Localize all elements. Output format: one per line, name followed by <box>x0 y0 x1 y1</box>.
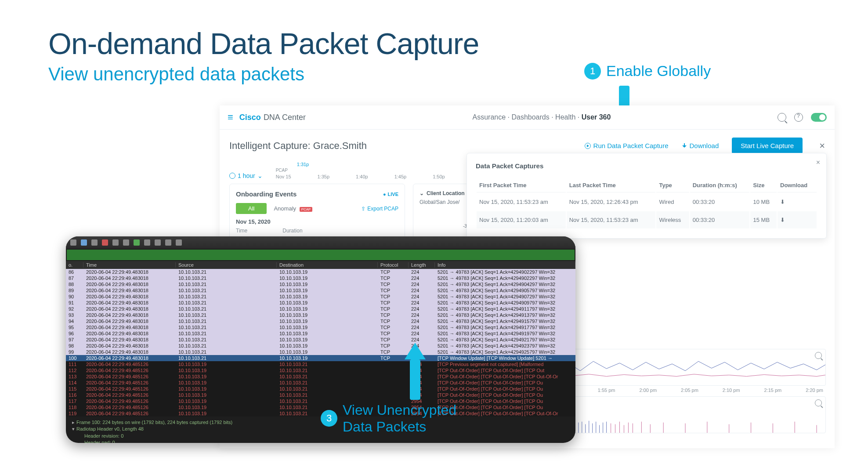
arrow-up-icon <box>405 343 425 400</box>
packet-row[interactable]: 872020-06-04 22:29:49.48301810.10.103.21… <box>66 275 575 281</box>
packet-list[interactable]: 862020-06-04 22:29:49.48301810.10.103.21… <box>66 269 575 417</box>
packet-row[interactable]: 972020-06-04 22:29:49.48301810.10.103.21… <box>66 337 575 343</box>
packet-row[interactable]: 1152020-06-04 22:29:49.48512610.10.103.1… <box>66 386 575 392</box>
cell-duration: 00:33:20 <box>690 193 750 210</box>
toolbar-icon[interactable] <box>112 239 119 246</box>
toolbar-icon[interactable] <box>134 239 140 246</box>
packet-row[interactable]: 962020-06-04 22:29:49.48301810.10.103.21… <box>66 330 575 337</box>
callout-view-unencrypted: 3 View Unencrypted Data Packets <box>321 402 456 435</box>
page-title: Intelligent Capture: Grace.Smith <box>229 140 367 152</box>
download-icon[interactable]: ⬇ <box>778 193 817 210</box>
app-header: ≡ Cisco DNA Center Assurance · Dashboard… <box>220 105 835 130</box>
toolbar-icon[interactable] <box>165 239 171 246</box>
tab-all[interactable]: All <box>236 203 267 214</box>
packet-row[interactable]: 882020-06-04 22:29:49.48301810.10.103.21… <box>66 281 575 287</box>
toolbar-icon[interactable] <box>155 239 161 246</box>
run-label: Run Data Packet Capture <box>593 142 669 149</box>
onboarding-events-card: Onboarding Events LIVE All Anomaly PCAP … <box>229 184 405 240</box>
run-packet-capture-link[interactable]: Run Data Packet Capture <box>585 142 669 149</box>
packet-row[interactable]: 992020-06-04 22:29:49.48301810.10.103.21… <box>66 349 575 355</box>
packet-row[interactable]: 1122020-06-04 22:29:49.48512610.10.103.1… <box>66 367 575 373</box>
packet-row[interactable]: 952020-06-04 22:29:49.48301810.10.103.21… <box>66 324 575 330</box>
download-link[interactable]: Download <box>682 142 719 149</box>
cell-type: Wired <box>656 193 689 210</box>
packet-row[interactable]: 1002020-06-04 22:29:49.48301810.10.103.2… <box>66 355 575 361</box>
menu-icon[interactable]: ≡ <box>228 112 233 123</box>
breadcrumb-current: User 360 <box>582 113 611 121</box>
toolbar-icon[interactable] <box>123 239 129 246</box>
toolbar-icon[interactable] <box>102 239 108 246</box>
zoom-icon[interactable] <box>815 399 822 406</box>
start-live-capture-button[interactable]: Start Live Capture <box>732 138 803 154</box>
hour-label: 1 hour <box>238 172 255 179</box>
col-duration: Duration (h:m:s) <box>690 178 750 192</box>
breadcrumb-item[interactable]: Dashboards <box>511 113 549 121</box>
packet-row[interactable]: 932020-06-04 22:29:49.48301810.10.103.21… <box>66 312 575 318</box>
timeline-tick: 1:45p <box>394 174 407 179</box>
axis-tick: 2:00 pm <box>639 388 657 393</box>
packet-row[interactable]: 902020-06-04 22:29:49.48301810.10.103.21… <box>66 294 575 300</box>
display-filter-input[interactable] <box>67 250 575 260</box>
tab-anomaly[interactable]: Anomaly PCAP <box>270 203 316 214</box>
breadcrumb-item[interactable]: Health <box>555 113 575 121</box>
cell-duration: 00:33:20 <box>690 211 750 228</box>
live-badge: LIVE <box>383 192 398 197</box>
popover-title: Data Packet Captures <box>476 162 817 170</box>
axis-tick: 1:55 pm <box>598 388 615 393</box>
packet-row[interactable]: 982020-06-04 22:29:49.48301810.10.103.21… <box>66 343 575 349</box>
toolbar-icon[interactable] <box>144 239 150 246</box>
pcap-label: PCAP <box>276 168 288 173</box>
col-destination: Destination <box>277 262 378 268</box>
chart-area: 1:50 pm 1:55 pm 2:00 pm 2:05 pm 2:10 pm … <box>553 349 826 439</box>
col-protocol: Protocol <box>378 262 409 268</box>
packet-row[interactable]: 1132020-06-04 22:29:49.48512610.10.103.1… <box>66 373 575 380</box>
anomaly-label: Anomaly <box>274 205 296 212</box>
packet-row[interactable]: 1162020-06-04 22:29:49.48512610.10.103.1… <box>66 392 575 398</box>
export-pcap-link[interactable]: ⇪ Export PCAP <box>361 206 398 212</box>
toolbar-icon[interactable] <box>176 239 182 246</box>
col-no: o. <box>66 262 83 268</box>
col-time: Time <box>236 228 247 234</box>
card-title: Onboarding Events <box>236 190 297 198</box>
callout-label: Enable Globally <box>606 62 711 80</box>
packet-row[interactable]: 912020-06-04 22:29:49.48301810.10.103.21… <box>66 300 575 306</box>
time-range-selector[interactable]: 1 hour ⌄ <box>229 172 263 179</box>
download-icon <box>682 143 687 149</box>
cell-last: Nov 15, 2020, 11:53:23 am <box>567 211 656 228</box>
col-time: Time <box>83 262 176 268</box>
callout-enable-globally: 1 Enable Globally <box>584 62 711 80</box>
slide-subtitle: View unencrypted data packets <box>48 64 304 85</box>
packet-row[interactable]: 862020-06-04 22:29:49.48301810.10.103.21… <box>66 269 575 275</box>
slide-title: On-demand Data Packet Capture <box>48 26 479 61</box>
axis-tick: 2:05 pm <box>681 388 698 393</box>
detail-line: Header pad: 0 <box>84 439 569 443</box>
callout-number-3: 3 <box>321 410 337 427</box>
packet-row[interactable]: 892020-06-04 22:29:49.48301810.10.103.21… <box>66 287 575 294</box>
packet-row[interactable]: 922020-06-04 22:29:49.48301810.10.103.21… <box>66 306 575 312</box>
toolbar-icon[interactable] <box>91 239 98 246</box>
help-icon[interactable] <box>794 113 803 122</box>
packet-row[interactable]: 1112020-06-04 22:29:49.48512610.10.103.1… <box>66 361 575 367</box>
timeline-tick: 1:35p <box>318 174 330 179</box>
timeline-marker: 1:31p <box>297 162 309 167</box>
packet-list-header: o. Time Source Destination Protocol Leng… <box>66 261 575 269</box>
location-title: Client Location <box>427 190 465 196</box>
col-duration: Duration <box>282 228 302 234</box>
packet-row[interactable]: 1142020-06-04 22:29:49.48512610.10.103.1… <box>66 380 575 386</box>
chevron-down-icon[interactable]: ⌄ <box>420 190 424 196</box>
axis-tick: 2:15 pm <box>764 388 782 393</box>
play-icon <box>585 143 591 149</box>
search-icon[interactable] <box>778 113 786 122</box>
breadcrumb-item[interactable]: Assurance <box>473 113 506 121</box>
toolbar-icon[interactable] <box>81 239 87 246</box>
close-icon[interactable]: × <box>819 140 825 152</box>
close-icon[interactable]: × <box>816 159 820 167</box>
callout-label: View Unencrypted Data Packets <box>343 402 456 435</box>
zoom-icon[interactable] <box>815 352 822 359</box>
status-toggle[interactable] <box>811 113 827 122</box>
packet-row[interactable]: 942020-06-04 22:29:49.48301810.10.103.21… <box>66 318 575 324</box>
download-icon[interactable]: ⬇ <box>778 211 817 228</box>
toolbar-icon[interactable] <box>70 239 76 246</box>
callout-number-1: 1 <box>584 63 601 80</box>
col-type: Type <box>656 178 689 192</box>
